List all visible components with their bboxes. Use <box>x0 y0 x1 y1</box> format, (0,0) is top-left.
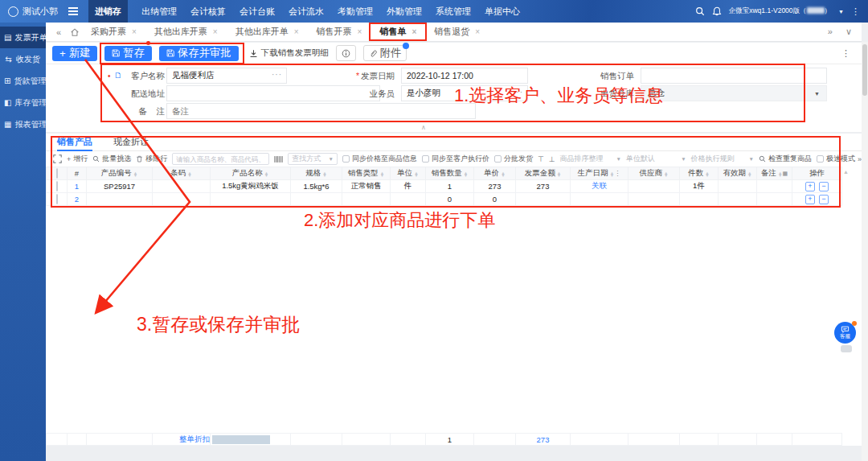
sync-price-checkbox[interactable]: 同步价格至商品信息 <box>342 154 417 164</box>
row-index[interactable]: 2 <box>68 193 87 206</box>
order-discount-input[interactable] <box>212 435 270 444</box>
unit-default-select[interactable]: 单位默认▼ <box>626 154 686 164</box>
row-checkbox[interactable] <box>56 181 58 191</box>
table-scroll-up-icon[interactable]: ▲ <box>843 169 849 175</box>
close-icon[interactable]: × <box>411 27 416 36</box>
sidebar-item-payment[interactable]: ⊞ 货款管理 <box>0 70 46 92</box>
subtab-cash-discount[interactable]: 现金折让 <box>113 134 149 151</box>
sidebar-item-report[interactable]: ▦ 报表管理 <box>0 113 46 135</box>
close-icon[interactable]: × <box>213 27 218 36</box>
sort-icon[interactable]: ▲▼ <box>380 172 384 178</box>
col-sales-type[interactable]: 销售类型▲▼ <box>342 167 391 180</box>
select-all-checkbox[interactable] <box>56 168 58 179</box>
fast-mode-checkbox[interactable]: 极速模式» <box>817 154 862 164</box>
top-menu-item-jxc[interactable]: 进销存 <box>88 0 128 23</box>
remark-field[interactable] <box>166 103 476 119</box>
barcode-icon[interactable] <box>274 155 283 163</box>
customer-service-button[interactable]: 客服 <box>834 322 856 344</box>
col-product-code[interactable]: 产品编号▲▼ <box>87 167 153 180</box>
align-top-icon[interactable]: ⊤ <box>538 155 544 163</box>
tab-sales-order[interactable]: 销售单× <box>371 23 426 42</box>
close-icon[interactable]: × <box>294 27 299 36</box>
link-associate[interactable]: 关联 <box>571 180 628 193</box>
sort-icon[interactable]: ▲▼ <box>464 172 468 178</box>
top-menu-item-flow[interactable]: 会计流水 <box>289 0 324 23</box>
home-icon[interactable] <box>67 27 83 37</box>
table-row[interactable]: 1 SP25917 1.5kg黄焖鸡米饭 1.5kg*6 正常销售 件 1 27… <box>47 180 842 193</box>
customer-field[interactable]: ··· <box>166 68 287 84</box>
sidebar-item-shipping[interactable]: ⇆ 收发货 <box>0 48 46 70</box>
col-prod-date[interactable]: 生产日期▲▼⋮ <box>571 167 628 180</box>
attachment-button[interactable]: 附件 <box>363 45 407 61</box>
sales-order-field[interactable] <box>641 68 827 84</box>
sync-customer-price-checkbox[interactable]: 同步至客户执行价 <box>422 154 489 164</box>
sort-icon[interactable]: ▲▼ <box>264 172 268 178</box>
product-search-input[interactable] <box>172 153 269 165</box>
col-pieces[interactable]: 件数▲▼ <box>680 167 719 180</box>
account-version[interactable]: 企微宝xwq1.1-V2000版（） <box>729 6 831 16</box>
col-barcode[interactable]: 条码▲▼ <box>153 167 211 180</box>
tabs-collapse-icon[interactable]: « <box>51 27 67 37</box>
sort-icon[interactable]: ▲▼ <box>747 172 751 178</box>
customer-doc-icon[interactable]: 🗋 <box>114 71 122 80</box>
info-button[interactable] <box>336 45 356 61</box>
save-approve-button[interactable]: 保存并审批 <box>159 46 239 61</box>
form-collapse-handle[interactable]: ∧ <box>415 125 432 132</box>
toolbar-more-icon[interactable]: ⋮ <box>841 48 862 59</box>
sort-icon[interactable]: ▲▼ <box>557 172 561 178</box>
checkbox-icon[interactable] <box>494 155 502 163</box>
row-remove-button[interactable]: − <box>819 182 829 191</box>
column-more-icon[interactable]: ⋮ <box>614 170 620 177</box>
find-mode-select[interactable]: 查找方式▼ <box>288 153 338 165</box>
batch-ship-checkbox[interactable]: 分批发货 <box>494 154 533 164</box>
address-field[interactable] <box>166 85 380 101</box>
row-add-button[interactable]: + <box>805 195 815 204</box>
tab-sales-invoice[interactable]: 销售开票× <box>309 23 372 42</box>
row-index[interactable]: 1 <box>68 180 87 193</box>
col-supplier[interactable]: 供应商▲▼ <box>628 167 680 180</box>
checkbox-icon[interactable] <box>817 155 824 163</box>
sort-icon[interactable]: ▲▼ <box>705 172 709 178</box>
batch-pick-button[interactable]: 批量挑选 <box>92 154 131 164</box>
tabs-dropdown-icon[interactable]: ∨ <box>845 27 852 37</box>
sort-icon[interactable]: ▲▼ <box>322 172 326 178</box>
col-remark[interactable]: 备注▲▼▦ <box>757 167 792 180</box>
tabs-expand-icon[interactable]: » <box>828 27 833 37</box>
invoice-date-field[interactable] <box>401 68 528 84</box>
price-rule-select[interactable]: 价格执行规则▼ <box>691 154 754 164</box>
window-scrollbar[interactable] <box>862 42 868 461</box>
col-unit[interactable]: 单位▲▼ <box>391 167 426 180</box>
sidebar-item-invoice[interactable]: ▤ 发票开单 <box>0 27 46 48</box>
tab-other-outbound-invoice[interactable]: 其他出库开票× <box>146 23 227 42</box>
close-icon[interactable]: × <box>132 27 137 36</box>
subtab-sales-products[interactable]: 销售产品 <box>57 134 92 151</box>
col-spec[interactable]: 规格▲▼ <box>291 167 342 180</box>
close-icon[interactable]: × <box>358 27 362 36</box>
sort-icon[interactable]: ▲▼ <box>187 172 191 178</box>
top-menu-item-field[interactable]: 外勤管理 <box>387 0 422 23</box>
tab-purchase-invoice[interactable]: 采购开票× <box>83 23 146 42</box>
sort-manage-select[interactable]: 商品排序整理▼ <box>560 154 621 164</box>
row-checkbox[interactable] <box>56 194 58 204</box>
topbar-more-icon[interactable]: ⋮ <box>851 6 860 17</box>
tab-other-outbound-order[interactable]: 其他出库开单× <box>227 23 309 42</box>
salesman-field[interactable]: ··· <box>401 85 528 101</box>
picker-ellipsis-icon[interactable]: ··· <box>513 88 523 97</box>
tab-sales-return[interactable]: 销售退货× <box>426 23 489 42</box>
row-add-button[interactable]: + <box>805 182 815 191</box>
check-duplicate-button[interactable]: 检查重复商品 <box>759 154 812 164</box>
table-row[interactable]: 2 0 0 +− <box>47 193 842 206</box>
top-menu-item-docs[interactable]: 单据中心 <box>485 0 520 23</box>
floating-widget-partial[interactable] <box>841 345 852 352</box>
draft-button[interactable]: 暂存 <box>104 46 152 61</box>
order-discount-label[interactable]: 整单折扣 <box>153 434 211 446</box>
add-row-button[interactable]: +增行 <box>67 154 88 164</box>
top-menu-item-attendance[interactable]: 考勤管理 <box>338 0 373 23</box>
bell-icon[interactable] <box>712 6 722 16</box>
remove-row-button[interactable]: 移除行 <box>136 154 167 164</box>
app-logo[interactable]: 测试小郭 <box>8 6 58 18</box>
col-price[interactable]: 单价▲▼ <box>474 167 516 180</box>
top-menu-item-accounting[interactable]: 会计核算 <box>190 0 226 23</box>
scrollbar-thumb[interactable] <box>862 44 867 96</box>
warehouse-select[interactable]: 总仓 ▼ <box>641 85 827 101</box>
